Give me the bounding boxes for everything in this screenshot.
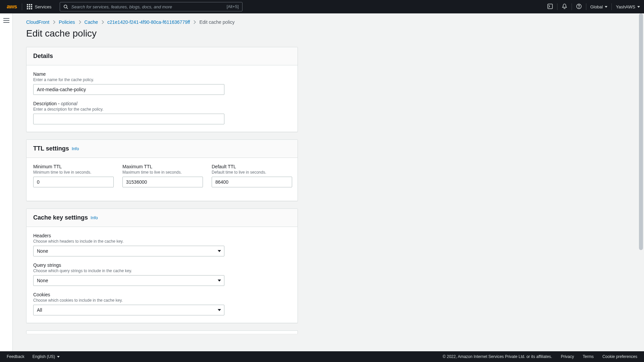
description-label: Description - optional (33, 101, 291, 106)
services-label: Services (35, 4, 52, 9)
chevron-down-icon (637, 6, 640, 8)
chevron-down-icon (57, 356, 60, 358)
min-ttl-input[interactable] (33, 177, 114, 187)
breadcrumb-policies[interactable]: Policies (59, 19, 75, 25)
breadcrumb-cache[interactable]: Cache (85, 19, 98, 25)
nav-left: aws Services [Alt+S] (0, 0, 243, 13)
query-help: Choose which query strings to include in… (33, 268, 291, 273)
ttl-info-link[interactable]: Info (72, 146, 79, 151)
aws-logo-text: aws (7, 3, 17, 10)
chevron-down-icon (605, 6, 607, 8)
cachekey-heading: Cache key settings (33, 214, 88, 221)
nav-right: Global YashAWS (543, 0, 644, 13)
chevron-right-icon (53, 20, 55, 24)
search-icon (63, 4, 68, 9)
default-ttl-input[interactable] (212, 177, 292, 187)
breadcrumb-cloudfront[interactable]: CloudFront (26, 19, 49, 25)
feedback-link[interactable]: Feedback (7, 354, 24, 359)
cookies-label: Cookies (33, 292, 291, 297)
main-content: CloudFront Policies Cache c21e1420-f241-… (13, 13, 638, 351)
bell-icon (561, 3, 568, 10)
notifications-button[interactable] (557, 0, 572, 13)
name-field: Name Enter a name for the cache policy. (33, 71, 291, 95)
help-icon (576, 3, 582, 10)
grid-icon (27, 4, 32, 9)
headers-field: Headers Choose which headers to include … (33, 233, 291, 256)
services-button[interactable]: Services (22, 0, 56, 13)
headers-select[interactable]: None (33, 246, 224, 256)
svg-point-4 (579, 7, 579, 8)
search-wrap: [Alt+S] (60, 2, 243, 11)
page-title: Edit cache policy (26, 28, 625, 39)
max-ttl-help: Maximum time to live in seconds. (122, 170, 203, 175)
account-selector[interactable]: YashAWS (612, 0, 644, 13)
default-ttl-field: Default TTL Default time to live in seco… (212, 164, 292, 193)
breadcrumb-current: Edit cache policy (199, 19, 234, 25)
next-panel-peek (26, 330, 298, 334)
default-ttl-help: Default time to live in seconds. (212, 170, 292, 175)
headers-help: Choose which headers to include in the c… (33, 239, 291, 244)
ttl-header: TTL settings Info (26, 140, 298, 158)
cachekey-panel: Cache key settings Info Headers Choose w… (26, 208, 298, 323)
breadcrumb: CloudFront Policies Cache c21e1420-f241-… (26, 19, 625, 25)
svg-rect-2 (548, 4, 552, 9)
details-panel: Details Name Enter a name for the cache … (26, 47, 298, 132)
name-input[interactable] (33, 84, 224, 95)
min-ttl-field: Minimum TTL Minimum time to live in seco… (33, 164, 114, 187)
account-label: YashAWS (616, 4, 635, 9)
query-label: Query strings (33, 262, 291, 268)
min-ttl-help: Minimum time to live in seconds. (33, 170, 114, 175)
terms-link[interactable]: Terms (583, 354, 594, 359)
cookies-field: Cookies Choose which cookies to include … (33, 292, 291, 315)
ttl-panel: TTL settings Info Minimum TTL Minimum ti… (26, 139, 298, 201)
description-input[interactable] (33, 114, 224, 124)
description-help: Enter a description for the cache policy… (33, 107, 291, 112)
query-select[interactable]: None (33, 275, 224, 286)
search-shortcut: [Alt+S] (227, 4, 239, 9)
language-selector[interactable]: English (US) (33, 354, 60, 359)
side-rail (0, 13, 13, 351)
language-label: English (US) (33, 354, 55, 359)
svg-point-0 (64, 5, 67, 8)
cookies-help: Choose which cookies to include in the c… (33, 298, 291, 303)
cachekey-info-link[interactable]: Info (91, 215, 98, 220)
cookie-prefs-link[interactable]: Cookie preferences (602, 354, 637, 359)
default-ttl-label: Default TTL (212, 164, 292, 169)
breadcrumb-policy-id[interactable]: c21e1420-f241-4f90-80ca-f611636779ff (107, 19, 190, 25)
description-field: Description - optional Enter a descripti… (33, 101, 291, 124)
copyright-text: © 2022, Amazon Internet Services Private… (443, 354, 552, 359)
min-ttl-label: Minimum TTL (33, 164, 114, 169)
name-label: Name (33, 71, 291, 77)
max-ttl-label: Maximum TTL (122, 164, 203, 169)
help-button[interactable] (572, 0, 586, 13)
chevron-right-icon (101, 20, 104, 24)
cloudshell-button[interactable] (543, 0, 557, 13)
cachekey-header: Cache key settings Info (26, 209, 298, 227)
ttl-heading: TTL settings (33, 145, 69, 152)
chevron-right-icon (78, 20, 81, 24)
scrollbar[interactable] (638, 13, 644, 351)
search-input[interactable] (71, 4, 227, 9)
hamburger-icon (3, 18, 9, 23)
privacy-link[interactable]: Privacy (561, 354, 574, 359)
name-help: Enter a name for the cache policy. (33, 77, 291, 82)
cloudshell-icon (547, 3, 553, 10)
details-heading: Details (33, 53, 53, 60)
footer: Feedback English (US) © 2022, Amazon Int… (0, 351, 644, 362)
region-label: Global (590, 4, 603, 9)
sidebar-toggle[interactable] (3, 17, 9, 351)
scrollbar-thumb[interactable] (639, 13, 643, 250)
region-selector[interactable]: Global (586, 0, 612, 13)
details-header: Details (26, 47, 298, 65)
max-ttl-input[interactable] (122, 177, 203, 187)
svg-line-1 (66, 8, 68, 9)
search-box[interactable]: [Alt+S] (60, 2, 243, 11)
query-field: Query strings Choose which query strings… (33, 262, 291, 286)
cookies-select[interactable]: All (33, 305, 224, 315)
max-ttl-field: Maximum TTL Maximum time to live in seco… (122, 164, 203, 187)
top-navbar: aws Services [Alt+S] (0, 0, 644, 13)
chevron-right-icon (193, 20, 196, 24)
headers-label: Headers (33, 233, 291, 238)
aws-logo[interactable]: aws (0, 3, 22, 10)
